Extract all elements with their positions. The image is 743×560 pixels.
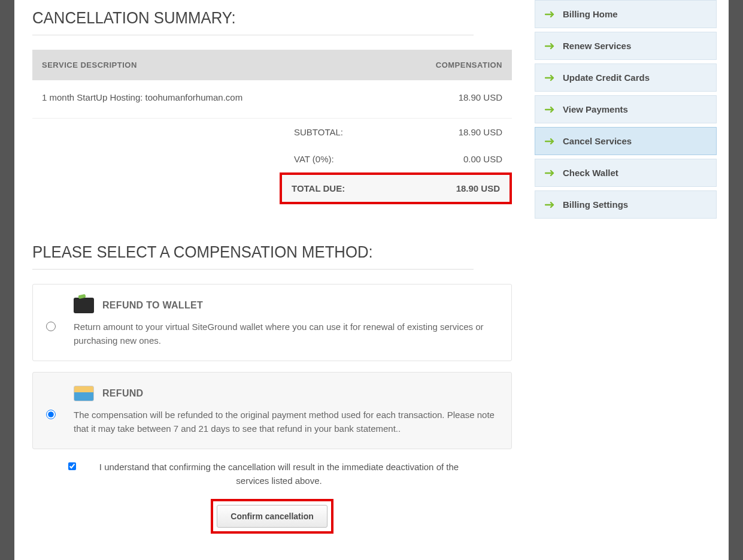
confirm-checkbox-label: I understand that confirming the cancell…: [82, 460, 476, 488]
sidebar-item-label: Renew Services: [563, 41, 631, 51]
arrow-right-icon: [545, 74, 556, 81]
vat-row: VAT (0%): 0.00 USD: [32, 146, 512, 172]
main-content: Cancellation Summary: SERVICE DESCRIPTIO…: [14, 0, 530, 558]
sidebar-item-label: Billing Settings: [563, 199, 628, 210]
sidebar: Billing Home Renew Services Update Credi…: [530, 0, 729, 234]
arrow-right-icon: [545, 169, 556, 177]
total-due-value: 18.90 USD: [426, 175, 510, 202]
sidebar-item-billing-settings[interactable]: Billing Settings: [535, 190, 717, 219]
option-title: REFUND TO WALLET: [102, 300, 203, 311]
confirm-area: I understand that confirming the cancell…: [32, 460, 512, 534]
table-row: 1 month StartUp Hosting: toohumanforhuma…: [32, 80, 512, 114]
total-due-row: TOTAL DUE: 18.90 USD: [282, 175, 510, 202]
sidebar-item-billing-home[interactable]: Billing Home: [535, 0, 717, 28]
sidebar-item-label: Update Credit Cards: [563, 72, 650, 83]
confirm-button-highlight: Confirm cancellation: [211, 499, 333, 534]
totals-block: SUBTOTAL: 18.90 USD VAT (0%): 0.00 USD T…: [32, 118, 512, 204]
service-compensation: 18.90 USD: [377, 80, 512, 114]
arrow-right-icon: [545, 106, 556, 113]
total-due-highlight: TOTAL DUE: 18.90 USD: [280, 172, 512, 204]
sidebar-item-label: Billing Home: [563, 9, 618, 19]
vat-value: 0.00 USD: [428, 146, 512, 172]
confirm-checkbox[interactable]: [68, 462, 76, 470]
summary-table: SERVICE DESCRIPTION COMPENSATION 1 month…: [32, 50, 512, 114]
sidebar-item-update-credit-cards[interactable]: Update Credit Cards: [535, 63, 717, 92]
cancellation-summary-title: Cancellation Summary:: [32, 0, 474, 35]
radio-refund-to-wallet[interactable]: [46, 322, 56, 331]
vat-label: VAT (0%):: [284, 146, 428, 172]
sidebar-item-cancel-services[interactable]: Cancel Services: [535, 127, 717, 155]
option-description: Return amount to your virtual SiteGround…: [74, 320, 498, 347]
option-refund-to-wallet[interactable]: REFUND TO WALLET Return amount to your v…: [32, 284, 512, 361]
sidebar-item-check-wallet[interactable]: Check Wallet: [535, 159, 717, 187]
option-title: REFUND: [102, 388, 143, 399]
arrow-right-icon: [545, 138, 556, 145]
sidebar-item-label: View Payments: [563, 104, 628, 114]
subtotal-label: SUBTOTAL:: [284, 119, 428, 146]
col-compensation: COMPENSATION: [377, 50, 512, 80]
total-due-label: TOTAL DUE:: [282, 175, 426, 202]
arrow-right-icon: [545, 43, 556, 50]
arrow-right-icon: [545, 11, 556, 18]
confirm-cancellation-button[interactable]: Confirm cancellation: [217, 505, 327, 528]
option-description: The compensation will be refunded to the…: [74, 408, 498, 435]
col-service-description: SERVICE DESCRIPTION: [32, 50, 377, 80]
subtotal-value: 18.90 USD: [428, 119, 512, 146]
credit-card-icon: [74, 386, 94, 401]
service-description: 1 month StartUp Hosting: toohumanforhuma…: [32, 80, 377, 114]
sidebar-item-label: Check Wallet: [563, 168, 618, 178]
sidebar-item-renew-services[interactable]: Renew Services: [535, 32, 717, 60]
option-refund[interactable]: REFUND The compensation will be refunded…: [32, 372, 512, 449]
compensation-method-title: Please select a compensation method:: [32, 234, 474, 270]
radio-refund[interactable]: [46, 410, 56, 419]
arrow-right-icon: [545, 201, 556, 208]
wallet-icon: [74, 298, 94, 313]
sidebar-item-label: Cancel Services: [563, 136, 632, 146]
subtotal-row: SUBTOTAL: 18.90 USD: [32, 119, 512, 146]
sidebar-item-view-payments[interactable]: View Payments: [535, 95, 717, 123]
